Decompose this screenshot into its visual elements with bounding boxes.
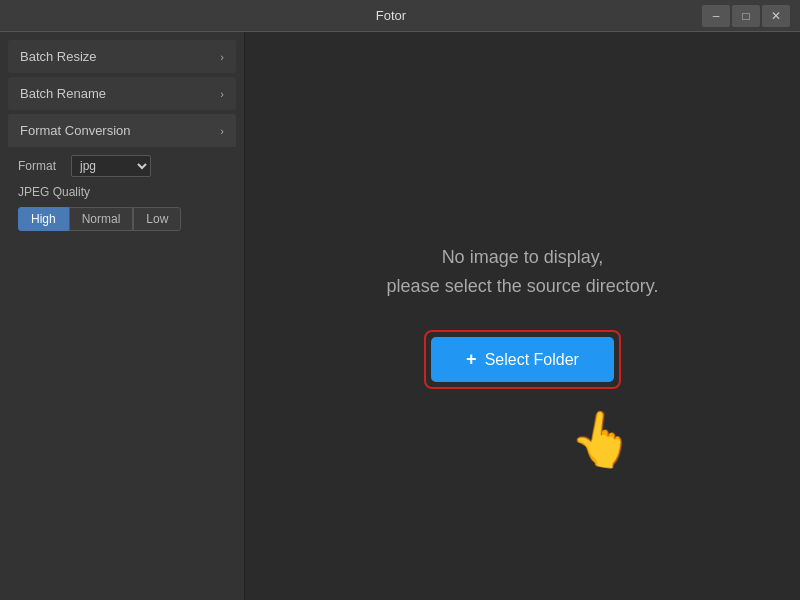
sidebar-label-batch-resize: Batch Resize xyxy=(20,49,97,64)
title-bar: Fotor – □ ✕ xyxy=(0,0,800,32)
chevron-right-icon: › xyxy=(220,51,224,63)
jpeg-quality-label: JPEG Quality xyxy=(18,185,90,199)
main-content-area: No image to display, please select the s… xyxy=(245,32,800,600)
sidebar-label-batch-rename: Batch Rename xyxy=(20,86,106,101)
maximize-button[interactable]: □ xyxy=(732,5,760,27)
sidebar-section-batch-rename: Batch Rename › xyxy=(8,77,236,110)
jpeg-quality-row: JPEG Quality xyxy=(18,185,226,199)
select-folder-button[interactable]: + Select Folder xyxy=(431,337,614,382)
sidebar-label-format-conversion: Format Conversion xyxy=(20,123,131,138)
format-options-panel: Format jpg png bmp tiff JPEG Quality Hig… xyxy=(8,147,236,241)
no-image-message: No image to display, please select the s… xyxy=(387,243,659,301)
sidebar-section-batch-resize: Batch Resize › xyxy=(8,40,236,73)
sidebar: Batch Resize › Batch Rename › Format Con… xyxy=(0,32,245,600)
format-select[interactable]: jpg png bmp tiff xyxy=(71,155,151,177)
quality-low-button[interactable]: Low xyxy=(133,207,181,231)
minimize-button[interactable]: – xyxy=(702,5,730,27)
sidebar-item-batch-rename[interactable]: Batch Rename › xyxy=(8,77,236,110)
select-folder-label: Select Folder xyxy=(485,351,579,369)
sidebar-section-format-conversion: Format Conversion › Format jpg png bmp t… xyxy=(8,114,236,241)
quality-high-button[interactable]: High xyxy=(18,207,69,231)
select-folder-wrapper: + Select Folder xyxy=(424,330,621,389)
plus-icon: + xyxy=(466,349,477,370)
window-controls: – □ ✕ xyxy=(702,5,790,27)
chevron-down-icon: › xyxy=(220,125,224,137)
format-row: Format jpg png bmp tiff xyxy=(18,155,226,177)
quality-buttons-group: High Normal Low xyxy=(18,207,226,231)
app-body: Batch Resize › Batch Rename › Format Con… xyxy=(0,32,800,600)
chevron-right-icon: › xyxy=(220,88,224,100)
close-button[interactable]: ✕ xyxy=(762,5,790,27)
hand-cursor-icon: 👆 xyxy=(565,404,640,475)
no-image-line2: please select the source directory. xyxy=(387,272,659,301)
sidebar-item-format-conversion[interactable]: Format Conversion › xyxy=(8,114,236,147)
format-label: Format xyxy=(18,159,63,173)
sidebar-item-batch-resize[interactable]: Batch Resize › xyxy=(8,40,236,73)
no-image-line1: No image to display, xyxy=(387,243,659,272)
app-title: Fotor xyxy=(80,8,702,23)
quality-normal-button[interactable]: Normal xyxy=(69,207,134,231)
